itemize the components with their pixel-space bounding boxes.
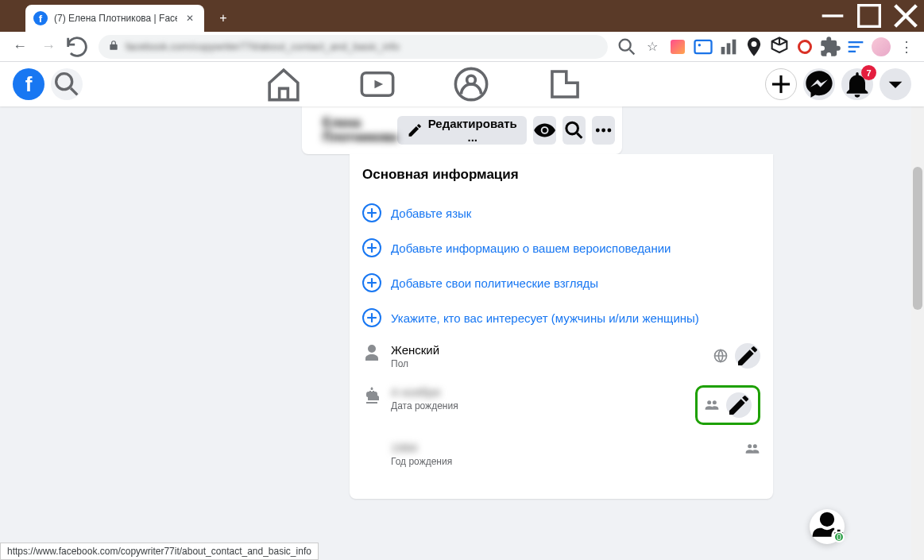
new-message-floating-button[interactable]: 0 <box>810 509 845 544</box>
basic-info-card: Основная информация Добавьте язык Добавь… <box>350 154 773 499</box>
edit-birthday-button[interactable] <box>726 392 752 418</box>
plus-icon <box>362 273 381 292</box>
plus-icon <box>362 203 381 222</box>
tab-title: (7) Елена Плотникова | Facebook <box>54 13 177 24</box>
facebook-logo[interactable]: f <box>13 68 44 100</box>
add-interested-row[interactable]: Укажите, кто вас интересует (мужчины и/и… <box>362 300 760 335</box>
notifications-button[interactable]: 7 <box>841 68 873 100</box>
maximize-button[interactable] <box>851 0 887 32</box>
nav-home[interactable] <box>240 64 327 104</box>
birthday-value: 4 ноября <box>391 385 686 399</box>
birthday-row: 4 ноября Дата рождения <box>362 377 760 433</box>
svg-point-7 <box>698 43 702 46</box>
extension-cube-icon[interactable] <box>768 36 791 58</box>
svg-point-23 <box>596 129 600 133</box>
minimize-button[interactable] <box>814 0 851 32</box>
extensions-puzzle-icon[interactable] <box>819 36 841 58</box>
window-controls <box>814 0 924 32</box>
browser-menu-button[interactable]: ⋮ <box>895 36 918 58</box>
gender-label: Пол <box>391 358 703 369</box>
globe-icon[interactable] <box>713 348 729 364</box>
svg-rect-6 <box>695 40 712 52</box>
nav-watch[interactable] <box>334 64 421 104</box>
notification-badge: 7 <box>861 65 876 80</box>
birthyear-value: 1984 <box>391 441 735 454</box>
person-icon <box>362 343 381 362</box>
account-menu-button[interactable] <box>880 68 911 100</box>
gender-row: Женский Пол <box>362 335 760 377</box>
lock-icon <box>108 40 119 53</box>
zoom-icon[interactable] <box>616 36 638 58</box>
facebook-nav <box>83 64 765 104</box>
gender-value: Женский <box>391 343 703 357</box>
facebook-right-actions: 7 <box>765 68 911 100</box>
browser-status-bar: https://www.facebook.com/copywriter77it/… <box>0 543 319 560</box>
svg-line-22 <box>577 133 582 138</box>
scrollbar-thumb[interactable] <box>913 167 922 310</box>
svg-point-24 <box>601 129 605 133</box>
reload-button[interactable] <box>64 33 91 60</box>
cake-icon <box>362 385 381 404</box>
more-profile-button[interactable] <box>592 116 615 145</box>
birthyear-label: Год рождения <box>391 456 735 467</box>
svg-point-25 <box>608 129 612 133</box>
edit-gender-button[interactable] <box>735 343 760 369</box>
star-icon[interactable]: ☆ <box>641 36 663 58</box>
url-bar[interactable]: facebook.com/copywriter77it/about_contac… <box>99 35 608 59</box>
friends-icon[interactable] <box>704 397 720 413</box>
forward-button[interactable]: → <box>35 33 62 60</box>
tab-close-icon[interactable]: ✕ <box>184 12 196 25</box>
extension-bars-icon[interactable] <box>717 36 740 58</box>
svg-line-5 <box>630 49 635 54</box>
floating-badge: 0 <box>833 531 845 543</box>
add-religion-label: Добавьте информацию о вашем вероисповеда… <box>391 241 671 255</box>
extension-pin-icon[interactable] <box>743 36 765 58</box>
add-political-row[interactable]: Добавьте свои политические взгляды <box>362 265 760 300</box>
birthyear-row: 1984 Год рождения <box>362 433 760 475</box>
extension-redO-icon[interactable] <box>794 36 816 58</box>
messenger-button[interactable] <box>803 68 835 100</box>
add-language-label: Добавьте язык <box>391 207 471 220</box>
toolbar-extensions: ☆ ⋮ <box>616 36 918 58</box>
page-body: f 7 Еле <box>0 62 924 560</box>
svg-point-36 <box>713 400 717 404</box>
edit-button-label: Редактировать ... <box>428 117 517 144</box>
profile-actions: Редактировать ... <box>397 116 615 145</box>
add-religion-row[interactable]: Добавьте информацию о вашем вероисповеда… <box>362 230 760 265</box>
nav-groups[interactable] <box>427 64 515 104</box>
extension-lines-icon[interactable] <box>845 36 867 58</box>
svg-point-21 <box>566 122 578 134</box>
svg-point-35 <box>707 400 711 404</box>
close-window-button[interactable] <box>887 0 924 32</box>
plus-icon <box>362 308 381 327</box>
extension-frame-icon[interactable] <box>692 36 714 58</box>
extension-gradient-icon[interactable] <box>667 36 689 58</box>
edit-profile-button[interactable]: Редактировать ... <box>397 116 527 145</box>
add-language-row[interactable]: Добавьте язык <box>362 195 760 230</box>
browser-titlebar: f (7) Елена Плотникова | Facebook ✕ + <box>0 0 924 32</box>
create-button[interactable] <box>765 68 797 100</box>
user-avatar-icon[interactable] <box>870 36 892 58</box>
spacer-icon <box>362 441 381 460</box>
profile-bar: Елена Плотникова Редактировать ... <box>302 106 622 154</box>
browser-toolbar: ← → facebook.com/copywriter77it/about_co… <box>0 32 924 62</box>
friends-icon[interactable] <box>744 441 760 457</box>
highlight-annotation <box>695 385 760 425</box>
new-tab-button[interactable]: + <box>212 7 234 29</box>
back-button[interactable]: ← <box>6 33 33 60</box>
svg-rect-8 <box>721 47 725 54</box>
add-political-label: Добавьте свои политические взгляды <box>391 276 598 290</box>
view-as-button[interactable] <box>533 116 556 145</box>
nav-gaming[interactable] <box>521 64 609 104</box>
svg-rect-9 <box>727 43 731 54</box>
birthday-label: Дата рождения <box>391 400 686 411</box>
facebook-header: f 7 <box>0 62 924 106</box>
scrollbar-track[interactable] <box>911 62 924 560</box>
plus-icon <box>362 238 381 257</box>
svg-rect-1 <box>859 6 880 27</box>
svg-line-15 <box>71 88 77 95</box>
browser-tab[interactable]: f (7) Елена Плотникова | Facebook ✕ <box>25 5 204 32</box>
search-profile-button[interactable] <box>563 116 586 145</box>
svg-point-37 <box>748 444 752 448</box>
search-button[interactable] <box>51 68 83 100</box>
